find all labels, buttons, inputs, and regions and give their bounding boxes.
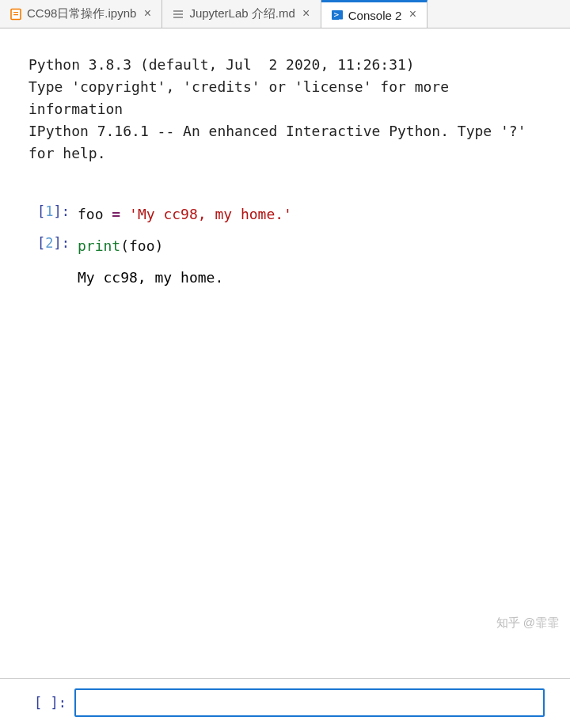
input-prompt: [ ]: xyxy=(0,695,74,711)
tab-notebook[interactable]: CC98日常操作.ipynb × xyxy=(0,0,162,28)
close-icon[interactable]: × xyxy=(141,8,154,21)
tab-console[interactable]: >_ Console 2 × xyxy=(321,0,428,28)
console-cell: [1]:foo = 'My cc98, my home.' xyxy=(3,199,567,230)
console-cells: [1]:foo = 'My cc98, my home.'[2]:print(f… xyxy=(3,183,567,294)
tab-label: CC98日常操作.ipynb xyxy=(27,6,136,21)
console-banner: Python 3.8.3 (default, Jul 2 2020, 11:26… xyxy=(3,47,567,183)
cell-prompt: [2]: xyxy=(3,235,78,251)
close-icon[interactable]: × xyxy=(406,9,419,21)
console-input[interactable] xyxy=(74,688,545,717)
console-output-row: My cc98, my home. xyxy=(3,262,567,294)
markdown-icon xyxy=(172,8,184,21)
watermark: 知乎 @霏霏 xyxy=(496,616,559,631)
console-panel: Python 3.8.3 (default, Jul 2 2020, 11:26… xyxy=(0,28,570,678)
console-input-row: [ ]: xyxy=(0,678,570,728)
console-cell: [2]:print(foo) xyxy=(3,230,567,262)
cell-source[interactable]: foo = 'My cc98, my home.' xyxy=(78,203,292,226)
tab-label: JupyterLab 介绍.md xyxy=(189,6,294,21)
svg-text:>_: >_ xyxy=(333,9,344,20)
close-icon[interactable]: × xyxy=(300,8,313,21)
cell-source[interactable]: print(foo) xyxy=(78,235,163,257)
cell-prompt: [1]: xyxy=(3,203,78,219)
console-icon: >_ xyxy=(331,9,344,21)
tab-bar: CC98日常操作.ipynb × JupyterLab 介绍.md × >_ C… xyxy=(0,0,570,28)
tab-markdown[interactable]: JupyterLab 介绍.md × xyxy=(162,0,321,28)
cell-output: My cc98, my home. xyxy=(78,267,223,289)
tab-label: Console 2 xyxy=(348,9,402,22)
notebook-icon xyxy=(10,8,22,21)
